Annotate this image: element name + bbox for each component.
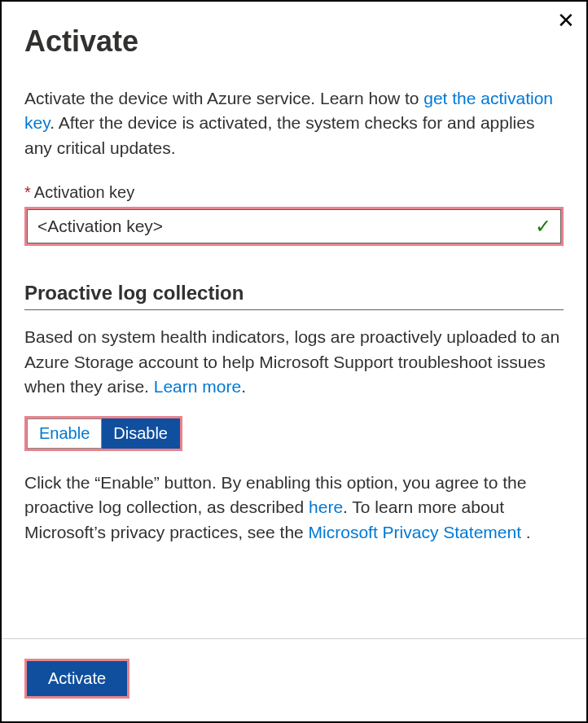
desc-post: . [241, 377, 246, 396]
agree-t3: . [521, 523, 531, 541]
panel-footer: Activate [2, 638, 586, 721]
disable-button[interactable]: Disable [102, 418, 180, 449]
proactive-log-section-title: Proactive log collection [24, 282, 564, 310]
proactive-log-description: Based on system health indicators, logs … [24, 325, 564, 399]
log-collection-toggle-highlight: Enable Disable [24, 416, 182, 451]
page-title: Activate [24, 24, 564, 59]
intro-pre: Activate the device with Azure service. … [24, 89, 423, 107]
activation-key-input[interactable] [27, 209, 561, 243]
activate-button[interactable]: Activate [27, 661, 127, 696]
intro-post: . After the device is activated, the sys… [24, 113, 534, 156]
required-indicator: * [24, 183, 31, 202]
desc-pre: Based on system health indicators, logs … [24, 327, 559, 396]
activation-key-label: Activation key [34, 183, 134, 202]
agreement-text: Click the “Enable” button. By enabling t… [24, 471, 564, 545]
intro-text: Activate the device with Azure service. … [24, 86, 564, 160]
privacy-statement-link[interactable]: Microsoft Privacy Statement [309, 523, 521, 541]
learn-more-link[interactable]: Learn more [154, 377, 241, 396]
enable-button[interactable]: Enable [27, 418, 102, 449]
activation-key-input-highlight: ✓ [24, 207, 564, 246]
close-button[interactable]: ✕ [554, 7, 578, 34]
activate-panel: ✕ Activate Activate the device with Azur… [0, 0, 588, 723]
here-link[interactable]: here [309, 497, 343, 516]
close-icon: ✕ [557, 8, 575, 33]
activation-key-label-row: * Activation key [24, 183, 564, 202]
activate-button-highlight: Activate [24, 659, 129, 699]
panel-body: Activate Activate the device with Azure … [2, 2, 586, 619]
